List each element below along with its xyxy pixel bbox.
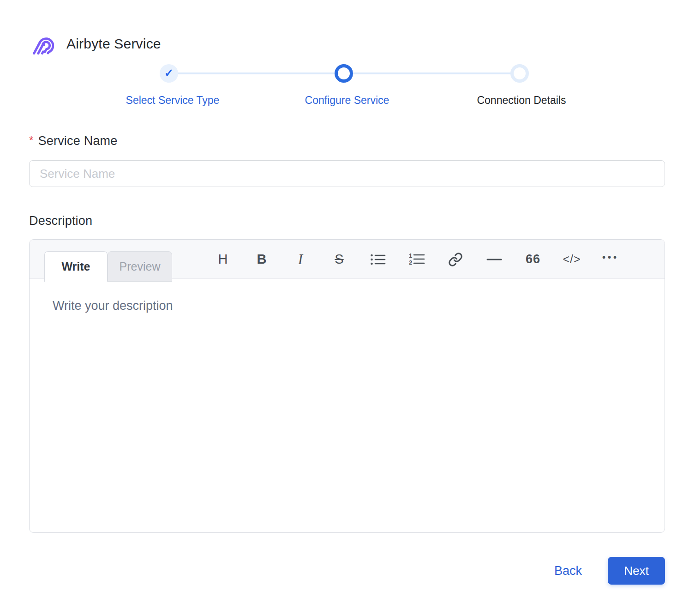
heading-icon[interactable]: H [204, 240, 242, 279]
service-name-label: *Service Name [29, 134, 118, 148]
unordered-list-icon[interactable] [359, 240, 397, 279]
italic-icon[interactable]: I [281, 240, 320, 279]
check-icon: ✓ [164, 67, 174, 79]
description-textarea[interactable] [30, 279, 665, 532]
tab-write[interactable]: Write [44, 251, 108, 282]
tab-preview[interactable]: Preview [108, 251, 172, 282]
ordered-list-icon[interactable]: 1 2 [397, 240, 436, 279]
quote-icon[interactable]: 66 [514, 240, 552, 279]
link-icon[interactable] [436, 240, 475, 279]
description-label: Description [29, 214, 92, 228]
svg-text:1: 1 [409, 253, 412, 259]
bold-icon[interactable]: B [242, 240, 281, 279]
step-1-indicator[interactable]: ✓ [160, 64, 178, 83]
footer-actions: Back Next [554, 557, 665, 585]
step-1-label[interactable]: Select Service Type [80, 94, 265, 107]
required-asterisk: * [29, 134, 34, 146]
editor-toolbar: H B I S [204, 240, 630, 279]
wizard-page: Airbyte Service ✓ Select Service Type Co… [0, 0, 695, 616]
next-button[interactable]: Next [608, 557, 665, 585]
back-button[interactable]: Back [554, 564, 582, 578]
more-options-icon[interactable]: ••• [591, 240, 630, 279]
horizontal-rule-icon[interactable] [475, 240, 514, 279]
stepper: ✓ Select Service Type Configure Service … [0, 0, 695, 115]
step-2-indicator[interactable] [335, 64, 353, 83]
step-3-indicator[interactable] [510, 64, 529, 83]
step-3-label[interactable]: Connection Details [429, 94, 614, 107]
step-2-label[interactable]: Configure Service [255, 94, 439, 107]
editor-content-area [30, 279, 665, 532]
strikethrough-icon[interactable]: S [320, 240, 359, 279]
service-name-input[interactable] [29, 160, 665, 187]
description-editor: Write Preview H B I S [29, 239, 665, 533]
code-icon[interactable]: </> [552, 240, 591, 279]
svg-text:2: 2 [409, 259, 412, 266]
service-name-label-text: Service Name [38, 134, 118, 148]
